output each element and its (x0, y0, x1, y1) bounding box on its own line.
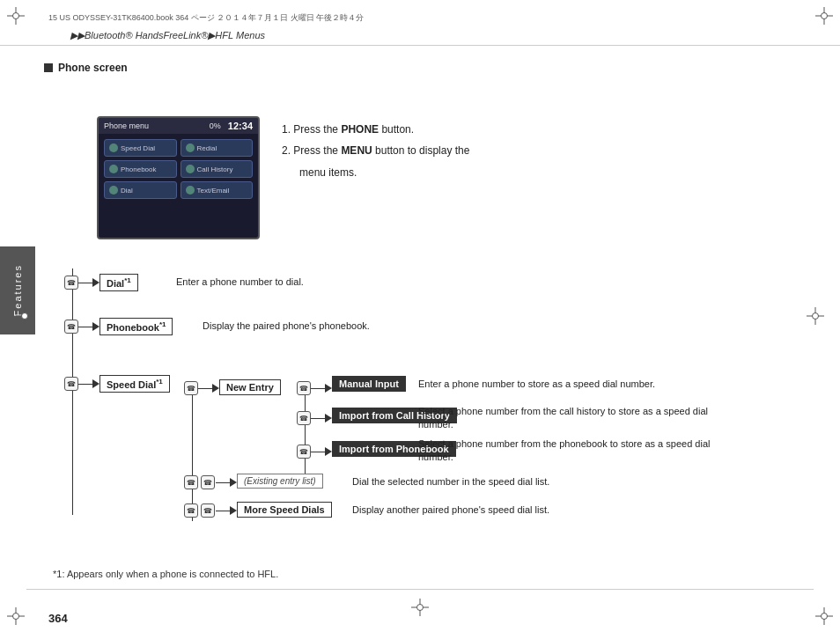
bottom-divider (26, 589, 814, 590)
dial-box: Dial*1 (99, 274, 138, 291)
breadcrumb: ▶▶Bluetooth® HandsFreeLink®▶HFL Menus (70, 30, 265, 41)
callhist-phone-icon (297, 411, 311, 425)
page-number: 364 (48, 612, 68, 625)
importphone-arrow (325, 447, 332, 456)
newentry-phone-icon (184, 381, 198, 395)
step1: 1. Press the PHONE button. (282, 121, 814, 138)
crosshair-right-middle (807, 307, 824, 325)
newentry-arrow (212, 384, 219, 393)
newentry-vline (305, 388, 306, 476)
callhist-desc: Select a phone number from the call hist… (418, 405, 718, 432)
manual-arrow (325, 384, 332, 393)
manual-phone-icon (297, 381, 311, 395)
more-speeddials-box: More Speed Dials (237, 502, 332, 518)
manual-input-box: Manual Input (332, 376, 406, 392)
instructions: 1. Press the PHONE button. 2. Press the … (282, 121, 814, 181)
dial-arrow (92, 278, 99, 287)
dial-phone-icon (64, 276, 78, 290)
importphone-phone-icon (297, 445, 311, 459)
crosshair-bottom-center (411, 599, 429, 616)
existing-phone-icon1 (184, 475, 198, 489)
footnote: *1: Appears only when a phone is connect… (53, 569, 278, 579)
more-phone-icon1 (184, 503, 198, 518)
phone-menu-speed-dial: Speed Dial (104, 139, 177, 157)
header: 15 US ODYSSEY-31TK86400.book 364 ページ ２０１… (0, 0, 840, 46)
dial-desc: Enter a phone number to dial. (176, 276, 304, 289)
speeddial-arrow (92, 379, 99, 388)
more-arrow (230, 506, 237, 515)
phone-menu-call-history: Call History (181, 160, 254, 178)
phone-menu-dial: Dial (104, 181, 177, 199)
speeddial-phone-icon (64, 377, 78, 391)
phone-screen-menu: Speed Dial Redial Phonebook Call History… (99, 134, 258, 204)
newentry-box: New Entry (219, 379, 281, 395)
step2: 2. Press the MENU button to display the (282, 142, 814, 159)
importphone-desc: Select a phone number from the phonebook… (418, 437, 718, 465)
step2-cont: menu items. (299, 164, 814, 181)
main-vline (72, 268, 73, 515)
section-title-text: Phone screen (58, 62, 128, 74)
section-title: Phone screen (44, 62, 814, 74)
phone-menu-phonebook: Phonebook (104, 160, 177, 178)
print-info: 15 US ODYSSEY-31TK86400.book 364 ページ ２０１… (48, 12, 364, 24)
speeddial-box: Speed Dial*1 (99, 375, 170, 393)
phone-menu-redial: Redial (181, 139, 254, 157)
existing-arrow (230, 478, 237, 487)
crosshair-bottom-left (7, 607, 25, 625)
callhist-arrow (325, 414, 332, 423)
more-speeddials-desc: Display another paired phone's speed dia… (352, 503, 549, 517)
existing-desc: Dial the selected number in the speed di… (352, 475, 549, 489)
existing-phone-icon2 (201, 475, 215, 489)
phonebook-desc: Display the paired phone's phonebook. (203, 320, 370, 333)
phonebook-arrow (92, 322, 99, 331)
diagram: Dial*1 Enter a phone number to dial. Pho… (48, 268, 822, 550)
more-phone-icon2 (201, 503, 215, 518)
phone-screen-header: Phone menu 0% 12:34 (99, 118, 258, 134)
speeddial-vline (192, 389, 193, 521)
phone-screen-mockup: Phone menu 0% 12:34 Speed Dial Redial Ph… (97, 116, 260, 239)
manual-input-desc: Enter a phone number to store as a speed… (418, 378, 655, 391)
phonebook-box: Phonebook*1 (99, 318, 173, 335)
crosshair-bottom-right (815, 607, 833, 625)
phone-menu-text-email: Text/Email (181, 181, 254, 199)
header-top-line: 15 US ODYSSEY-31TK86400.book 364 ページ ２０１… (48, 12, 792, 24)
existing-box: (Existing entry list) (237, 474, 323, 489)
crosshair-left-middle (16, 307, 33, 325)
phonebook-phone-icon (64, 320, 78, 334)
section-icon (44, 63, 53, 72)
